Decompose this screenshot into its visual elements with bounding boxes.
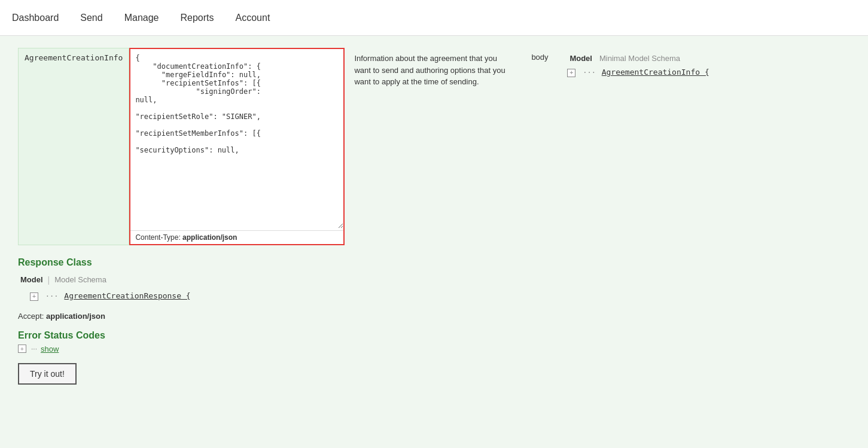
response-tree-link[interactable]: AgreementCreationResponse { xyxy=(64,291,190,300)
model-tab-model[interactable]: Model xyxy=(567,53,595,64)
param-location: body xyxy=(524,48,560,66)
main-nav: Dashboard Send Manage Reports Account xyxy=(0,0,868,36)
nav-account[interactable]: Account xyxy=(236,10,270,26)
accept-line: Accept: application/json xyxy=(18,312,850,321)
model-tab-minimal[interactable]: Minimal Model Schema xyxy=(597,53,683,64)
ellipsis-model: ··· xyxy=(583,68,596,77)
try-it-out-button[interactable]: Try it out! xyxy=(18,363,77,385)
response-model-tree: + ··· AgreementCreationResponse { xyxy=(30,291,850,301)
model-tree: + ··· AgreementCreationInfo { xyxy=(567,68,709,77)
response-tab-schema[interactable]: Model Schema xyxy=(52,274,109,285)
error-status-section: Error Status Codes + ··· show xyxy=(18,330,850,353)
response-tab-model[interactable]: Model xyxy=(18,274,45,285)
accept-value: application/json xyxy=(46,312,105,321)
model-tree-link[interactable]: AgreementCreationInfo { xyxy=(602,68,709,77)
nav-reports[interactable]: Reports xyxy=(180,10,214,26)
content-type-bar: Content-Type: application/json xyxy=(130,230,343,244)
response-class-section: Response Class Model | Model Schema + ··… xyxy=(18,257,850,321)
error-status-title: Error Status Codes xyxy=(18,330,850,341)
model-section: Model Minimal Model Schema + ··· Agreeme… xyxy=(560,48,716,82)
json-textarea[interactable] xyxy=(130,49,343,228)
response-tab-sep: | xyxy=(48,275,50,285)
param-description: Information about the agreement that you… xyxy=(345,48,524,93)
param-name-label: AgreementCreationInfo xyxy=(18,48,129,245)
response-model-tabs: Model | Model Schema xyxy=(18,274,850,285)
expand-btn-error[interactable]: + xyxy=(18,345,26,353)
model-tabs: Model Minimal Model Schema xyxy=(567,53,709,64)
response-class-title: Response Class xyxy=(18,257,850,268)
nav-dashboard[interactable]: Dashboard xyxy=(12,10,59,26)
content-type-value: application/json xyxy=(182,233,237,242)
nav-manage[interactable]: Manage xyxy=(124,10,159,26)
nav-send[interactable]: Send xyxy=(80,10,102,26)
show-link[interactable]: show xyxy=(41,345,59,353)
main-content: AgreementCreationInfo Content-Type: appl… xyxy=(0,36,868,448)
ellipsis-response: ··· xyxy=(45,292,59,300)
error-row: + ··· show xyxy=(18,345,850,353)
json-editor-wrapper: Content-Type: application/json xyxy=(129,48,345,245)
body-param-row: AgreementCreationInfo Content-Type: appl… xyxy=(18,48,850,245)
ellipsis-error: ··· xyxy=(31,345,37,353)
expand-btn-response[interactable]: + xyxy=(30,292,38,301)
expand-btn-model[interactable]: + xyxy=(567,69,575,77)
